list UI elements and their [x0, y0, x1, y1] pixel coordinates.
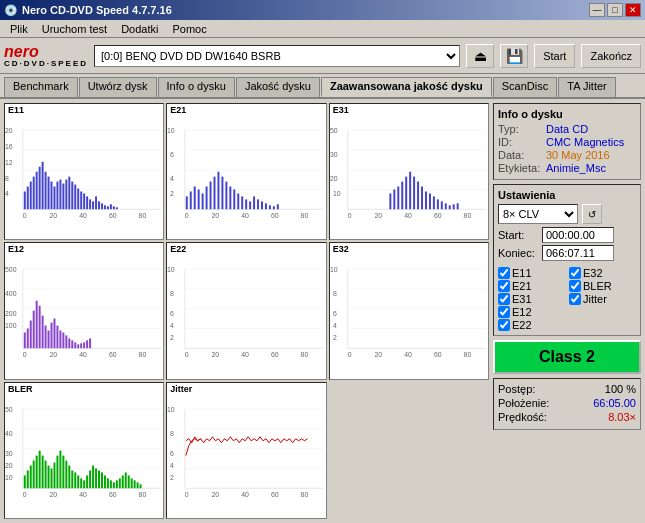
svg-rect-27 [56, 182, 58, 210]
cb-e32[interactable]: E32 [569, 267, 636, 279]
tab-info[interactable]: Info o dysku [158, 77, 235, 97]
cb-e21[interactable]: E21 [498, 280, 565, 292]
svg-rect-22 [42, 162, 44, 209]
svg-text:0: 0 [185, 352, 189, 359]
tab-benchmark[interactable]: Benchmark [4, 77, 78, 97]
svg-rect-243 [134, 480, 136, 488]
svg-text:20: 20 [330, 175, 338, 182]
speed-select[interactable]: 8× CLV [498, 204, 578, 224]
svg-rect-16 [24, 191, 26, 209]
checkboxes-grid: E11 E32 E21 BLER E31 Jitter [498, 267, 636, 331]
cb-e32-input[interactable] [569, 267, 581, 279]
cb-e12[interactable]: E12 [498, 306, 565, 318]
svg-rect-240 [125, 472, 127, 488]
drive-select[interactable]: [0:0] BENQ DVD DD DW1640 BSRB [94, 45, 460, 67]
start-button[interactable]: Start [534, 44, 575, 68]
svg-text:60: 60 [434, 212, 442, 219]
svg-rect-41 [98, 201, 100, 209]
svg-rect-222 [71, 470, 73, 488]
progress-row-postep: Postęp: 100 % [498, 383, 636, 395]
close-button[interactable]: ✕ [625, 3, 641, 17]
svg-text:10: 10 [167, 266, 175, 273]
svg-rect-110 [421, 187, 423, 210]
svg-text:60: 60 [271, 352, 279, 359]
tab-scandisc[interactable]: ScanDisc [493, 77, 557, 97]
svg-rect-147 [59, 331, 61, 349]
svg-rect-29 [62, 184, 64, 210]
progress-row-polozenie: Położenie: 66:05.00 [498, 397, 636, 409]
chart-e21-title: E21 [170, 105, 186, 115]
svg-rect-142 [45, 326, 47, 349]
svg-rect-64 [190, 191, 192, 209]
chart-e21: E21 10 6 4 2 0 20 40 60 80 [166, 103, 326, 240]
svg-text:10: 10 [167, 406, 175, 413]
svg-rect-34 [77, 188, 79, 209]
svg-text:40: 40 [79, 212, 87, 219]
cb-e12-input[interactable] [498, 306, 510, 318]
save-button[interactable]: 💾 [500, 44, 528, 68]
cb-e22-input[interactable] [498, 319, 510, 331]
svg-rect-245 [140, 484, 142, 488]
svg-text:4: 4 [170, 175, 174, 182]
tabs-bar: Benchmark Utwórz dysk Info o dysku Jakoś… [0, 74, 645, 99]
cb-e21-input[interactable] [498, 280, 510, 292]
chart-e31: E31 50 30 20 10 0 20 40 60 80 [329, 103, 489, 240]
cb-e22[interactable]: E22 [498, 319, 565, 331]
cb-bler[interactable]: BLER [569, 280, 636, 292]
svg-rect-118 [452, 204, 454, 209]
svg-rect-104 [397, 187, 399, 210]
svg-text:2: 2 [170, 190, 174, 197]
polozenie-label: Położenie: [498, 397, 549, 409]
svg-text:20: 20 [212, 491, 220, 498]
svg-text:60: 60 [109, 352, 117, 359]
svg-rect-116 [444, 203, 446, 209]
svg-text:30: 30 [5, 449, 13, 456]
svg-rect-220 [65, 460, 67, 488]
tab-jakosc[interactable]: Jakość dysku [236, 77, 320, 97]
koniec-label: Koniec: [498, 247, 542, 259]
eject-button[interactable]: ⏏ [466, 44, 494, 68]
svg-rect-211 [39, 450, 41, 488]
cb-jitter[interactable]: Jitter [569, 293, 636, 305]
svg-rect-136 [27, 329, 29, 349]
menu-pomoc[interactable]: Pomoc [166, 22, 212, 36]
cb-e11-input[interactable] [498, 267, 510, 279]
svg-text:400: 400 [5, 290, 17, 297]
minimize-button[interactable]: — [589, 3, 605, 17]
menu-plik[interactable]: Plik [4, 22, 34, 36]
svg-text:8: 8 [5, 175, 9, 182]
tab-zaawansowana[interactable]: Zaawansowana jakość dysku [321, 77, 492, 97]
svg-text:60: 60 [271, 491, 279, 498]
svg-rect-231 [98, 470, 100, 488]
cb-bler-input[interactable] [569, 280, 581, 292]
refresh-button[interactable]: ↺ [582, 204, 602, 224]
svg-text:500: 500 [5, 266, 17, 273]
svg-rect-151 [71, 341, 73, 349]
svg-rect-229 [92, 465, 94, 488]
info-etykieta-value: Animie_Msc [546, 162, 606, 174]
cb-e11[interactable]: E11 [498, 267, 565, 279]
svg-rect-24 [48, 177, 50, 210]
svg-rect-77 [242, 196, 244, 209]
svg-rect-21 [39, 167, 41, 210]
svg-text:10: 10 [167, 127, 175, 134]
menu-dodatki[interactable]: Dodatki [115, 22, 164, 36]
menu-uruchom[interactable]: Uruchom test [36, 22, 113, 36]
cb-e31[interactable]: E31 [498, 293, 565, 305]
chart-e22: E22 10 8 6 4 2 0 20 40 60 80 [166, 242, 326, 379]
svg-text:30: 30 [330, 151, 338, 158]
svg-rect-108 [413, 177, 415, 210]
tab-tajitter[interactable]: TA Jitter [558, 77, 616, 97]
svg-rect-114 [437, 199, 439, 209]
header-bar: nero CD·DVD·SPEED [0:0] BENQ DVD DD DW16… [0, 38, 645, 74]
svg-rect-40 [95, 196, 97, 209]
cb-e31-input[interactable] [498, 293, 510, 305]
maximize-button[interactable]: □ [607, 3, 623, 17]
svg-rect-119 [456, 203, 458, 209]
cb-jitter-input[interactable] [569, 293, 581, 305]
svg-rect-107 [409, 172, 411, 210]
end-button[interactable]: Zakończ [581, 44, 641, 68]
chart-e12-title: E12 [8, 244, 24, 254]
tab-utworz[interactable]: Utwórz dysk [79, 77, 157, 97]
start-value: 000:00.00 [542, 227, 614, 243]
